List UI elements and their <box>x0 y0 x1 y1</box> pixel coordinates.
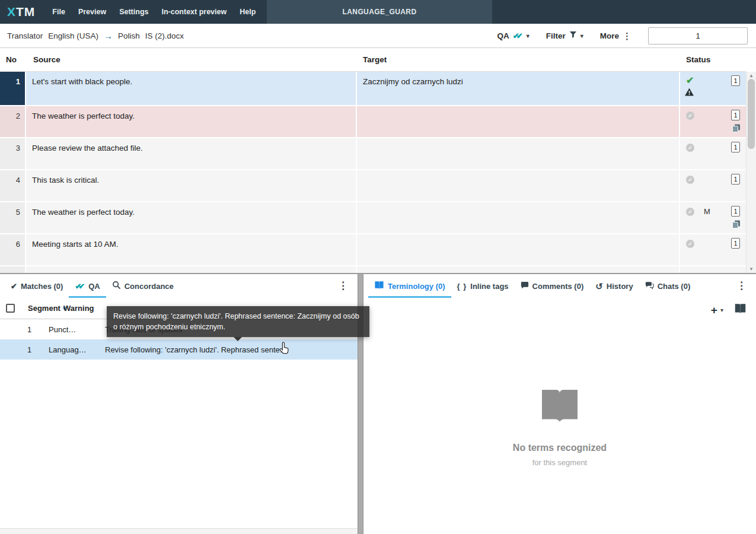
segment-row[interactable]: 4 This task is critical. ✓ 1 <box>0 170 746 202</box>
qa-column-segment[interactable]: Segment ▾ <box>15 304 63 313</box>
source-cell: The weather is perfect today. <box>26 202 357 234</box>
qa-double-check-icon: ✔✔ <box>513 31 523 40</box>
column-header-source: Source <box>26 55 357 64</box>
segment-row[interactable]: 7 <box>0 266 746 273</box>
target-cell[interactable] <box>357 202 680 234</box>
empty-status-icon: ✓ <box>686 112 694 120</box>
grid-scrollbar[interactable]: ▲ ▼ <box>746 72 756 273</box>
file-name-label: IS (2).docx <box>145 31 184 40</box>
segment-number-input[interactable] <box>648 27 748 44</box>
page-count-badge: 1 <box>731 142 740 152</box>
tab-terminology-label: Terminology (0) <box>388 282 445 291</box>
tab-matches[interactable]: ✔ Matches (0) <box>5 274 69 298</box>
source-cell: Meeting starts at 10 AM. <box>26 234 357 266</box>
segment-number-cell: 3 <box>0 138 26 170</box>
menu-help[interactable]: Help <box>233 0 262 24</box>
qa-warning-icon[interactable] <box>685 88 694 98</box>
tab-inline-tags[interactable]: { } Inline tags <box>451 274 515 298</box>
empty-status-icon: ✓ <box>686 176 694 184</box>
qa-issue-row[interactable]: 1 Languag… Revise following: 'czarnych l… <box>0 339 358 360</box>
machine-match-label: M <box>704 207 710 216</box>
grid-scrollbar-thumb[interactable] <box>748 79 755 149</box>
tab-terminology[interactable]: Terminology (0) <box>368 274 451 298</box>
segment-number-cell: 2 <box>0 106 26 138</box>
page-count-badge: 1 <box>731 110 740 120</box>
select-all-checkbox[interactable] <box>6 304 15 313</box>
target-cell[interactable] <box>357 106 680 138</box>
menu-settings[interactable]: Settings <box>113 0 155 24</box>
qa-type-cell: Languag… <box>49 345 105 354</box>
segment-row[interactable]: 5 The weather is perfect today. ✓ M 1 <box>0 202 746 234</box>
plus-icon: + <box>711 304 717 316</box>
status-cell: ✓ 1 <box>680 170 746 202</box>
segment-row[interactable]: 6 Meeting starts at 10 AM. ✓ 1 <box>0 234 746 266</box>
segment-number-cell: 7 <box>0 266 26 273</box>
status-cell: ✓ M 1 <box>680 202 746 234</box>
target-cell[interactable] <box>357 266 680 273</box>
segment-row[interactable]: 3 Please review the attached file. ✓ 1 <box>0 138 746 170</box>
menu-in-context-preview[interactable]: In-context preview <box>155 0 233 24</box>
qa-column-segment-label: Segment <box>28 304 60 313</box>
segment-row[interactable]: 2 The weather is perfect today. ✓ 1 <box>0 106 746 138</box>
source-cell: Let's start with black people. <box>26 72 357 106</box>
segment-row[interactable]: 1 Let's start with black people. Zacznij… <box>0 72 746 106</box>
page-count-badge: 1 <box>731 75 740 86</box>
comments-bubble-icon <box>521 281 529 291</box>
empty-status-icon: ✓ <box>686 208 694 216</box>
terminology-panel-menu-button[interactable]: ⋮ <box>727 281 756 291</box>
document-info: Translator English (USA) → Polish IS (2)… <box>0 31 184 41</box>
qa-panel-menu-icon: ⋮ <box>338 280 348 291</box>
mouse-cursor-hand-icon <box>279 342 290 357</box>
tab-matches-label: Matches (0) <box>21 282 63 291</box>
qa-description-cell: Revise following: 'czarnych ludzi'. Reph… <box>105 345 358 354</box>
user-role-label: Translator <box>7 31 43 40</box>
qa-panel-menu-button[interactable]: ⋮ <box>328 281 358 291</box>
scroll-down-icon[interactable]: ▼ <box>747 266 756 272</box>
more-dots-icon: ⋮ <box>623 31 631 40</box>
target-cell[interactable]: Zacznijmy od czarnych ludzi <box>357 72 680 106</box>
repetition-icon <box>732 220 741 231</box>
target-cell[interactable] <box>357 138 680 170</box>
qa-tab-double-check-icon: ✔✔ <box>75 282 85 291</box>
qa-panel-hscrollbar[interactable] <box>0 528 358 534</box>
qa-button[interactable]: QA ✔✔ ▾ <box>497 31 529 40</box>
column-header-no: No <box>0 55 26 64</box>
source-cell: The weather is perfect today. <box>26 106 357 138</box>
scroll-up-icon[interactable]: ▲ <box>747 73 756 78</box>
qa-segment-cell: 1 <box>0 325 49 334</box>
segment-number-cell: 6 <box>0 234 26 266</box>
filter-button-label: Filter <box>546 31 566 40</box>
language-arrow-icon: → <box>104 31 113 41</box>
empty-state-title: No terms recognized <box>513 443 607 453</box>
segment-grid-header: No Source Target Status <box>0 48 746 72</box>
more-button[interactable]: More ⋮ <box>600 31 631 40</box>
filter-button[interactable]: Filter ▾ <box>546 31 583 40</box>
tab-history[interactable]: ↺ History <box>589 274 639 298</box>
xtm-logo[interactable]: XTM <box>0 5 46 19</box>
add-term-button[interactable]: + ▾ <box>711 304 723 316</box>
menu-file[interactable]: File <box>46 0 72 24</box>
project-tab[interactable]: LANGUAGE_GUARD <box>267 0 492 24</box>
tab-qa-label: QA <box>88 282 100 291</box>
tab-chats[interactable]: Chats (0) <box>639 274 697 298</box>
qa-panel: ✔ Matches (0) ✔✔ QA Concordance ⋮ Segmen… <box>0 274 358 534</box>
tab-qa[interactable]: ✔✔ QA <box>69 274 106 298</box>
qa-panel-tabs: ✔ Matches (0) ✔✔ QA Concordance ⋮ <box>0 274 358 298</box>
status-cell: ✓ 1 <box>680 234 746 266</box>
source-cell: Please review the attached file. <box>26 138 357 170</box>
filter-funnel-icon <box>569 31 577 40</box>
inline-tags-braces-icon: { } <box>457 282 467 291</box>
tab-comments[interactable]: Comments (0) <box>515 274 590 298</box>
xtm-logo-x: X <box>7 5 16 18</box>
toolbar-actions: QA ✔✔ ▾ Filter ▾ More ⋮ <box>497 27 756 44</box>
tab-concordance[interactable]: Concordance <box>106 274 180 298</box>
tab-concordance-label: Concordance <box>125 282 174 291</box>
open-termbase-icon[interactable] <box>734 303 747 316</box>
target-cell[interactable] <box>357 170 680 202</box>
terminology-toolbar: + ▾ <box>363 298 756 322</box>
source-language-label: English (USA) <box>48 31 98 40</box>
target-language-label: Polish <box>118 31 140 40</box>
page-count-badge: 1 <box>731 238 740 249</box>
target-cell[interactable] <box>357 234 680 266</box>
menu-preview[interactable]: Preview <box>72 0 113 24</box>
